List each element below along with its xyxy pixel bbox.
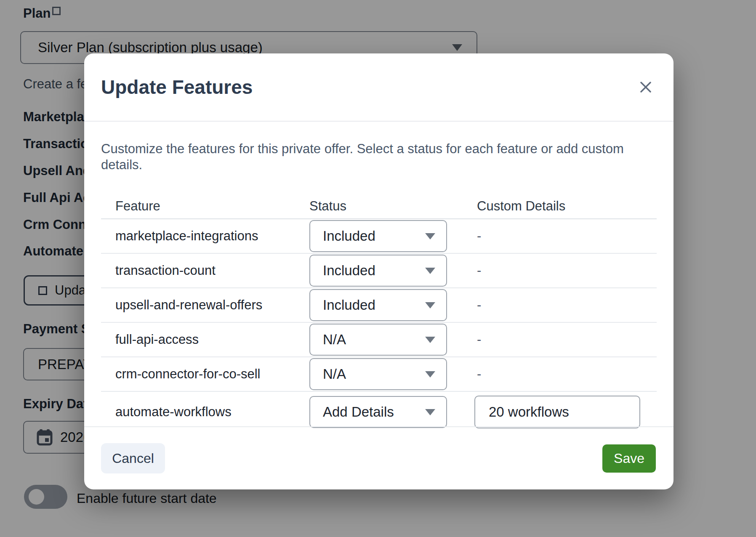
chevron-down-icon xyxy=(425,371,435,377)
table-header-row: Feature Status Custom Details xyxy=(101,194,657,219)
cancel-button[interactable]: Cancel xyxy=(101,443,165,473)
status-select-value: N/A xyxy=(323,366,346,382)
status-select-value: Included xyxy=(323,263,375,279)
header-feature: Feature xyxy=(101,199,309,214)
feature-name: crm-connector-for-co-sell xyxy=(101,367,309,382)
chevron-down-icon xyxy=(425,268,435,274)
chevron-down-icon xyxy=(425,337,435,343)
status-select[interactable]: N/A xyxy=(309,358,447,390)
modal-title: Update Features xyxy=(101,76,253,98)
features-table: Feature Status Custom Details marketplac… xyxy=(101,194,657,432)
table-row: full-api-access N/A - xyxy=(101,323,657,357)
status-select-value: Included xyxy=(323,297,375,313)
custom-details-input[interactable] xyxy=(474,396,640,428)
custom-details-value: - xyxy=(474,263,657,278)
custom-details-value: - xyxy=(474,367,657,382)
status-select[interactable]: N/A xyxy=(309,324,447,356)
page: Plan Silver Plan (subscription plus usag… xyxy=(0,0,756,537)
chevron-down-icon xyxy=(425,233,435,239)
save-button[interactable]: Save xyxy=(602,444,656,473)
status-select-value: Included xyxy=(323,228,375,244)
close-button[interactable] xyxy=(636,78,655,96)
feature-name: automate-workflows xyxy=(101,404,309,420)
table-row: crm-connector-for-co-sell N/A - xyxy=(101,357,657,392)
status-select-value: Add Details xyxy=(323,404,394,420)
header-custom-details: Custom Details xyxy=(474,199,657,214)
update-features-modal: Update Features Customize the features f… xyxy=(84,53,673,489)
chevron-down-icon xyxy=(425,302,435,308)
feature-name: upsell-and-renewal-offers xyxy=(101,298,309,313)
feature-name: full-api-access xyxy=(101,332,309,347)
table-row: transaction-count Included - xyxy=(101,254,657,288)
table-row: upsell-and-renewal-offers Included - xyxy=(101,288,657,323)
status-select[interactable]: Included xyxy=(309,289,447,321)
status-select[interactable]: Add Details xyxy=(309,396,447,428)
status-select[interactable]: Included xyxy=(309,255,447,287)
status-select[interactable]: Included xyxy=(309,220,447,252)
table-row: marketplace-integrations Included - xyxy=(101,219,657,254)
custom-details-value: - xyxy=(474,298,657,313)
feature-name: transaction-count xyxy=(101,263,309,278)
status-select-value: N/A xyxy=(323,332,346,348)
feature-name: marketplace-integrations xyxy=(101,229,309,244)
chevron-down-icon xyxy=(425,409,435,415)
modal-description: Customize the features for this private … xyxy=(101,141,657,173)
custom-details-value: - xyxy=(474,332,657,347)
close-icon xyxy=(639,80,652,94)
custom-details-value: - xyxy=(474,229,657,244)
header-status: Status xyxy=(309,199,474,214)
modal-footer: Cancel Save xyxy=(84,426,673,489)
modal-header: Update Features xyxy=(84,53,673,122)
